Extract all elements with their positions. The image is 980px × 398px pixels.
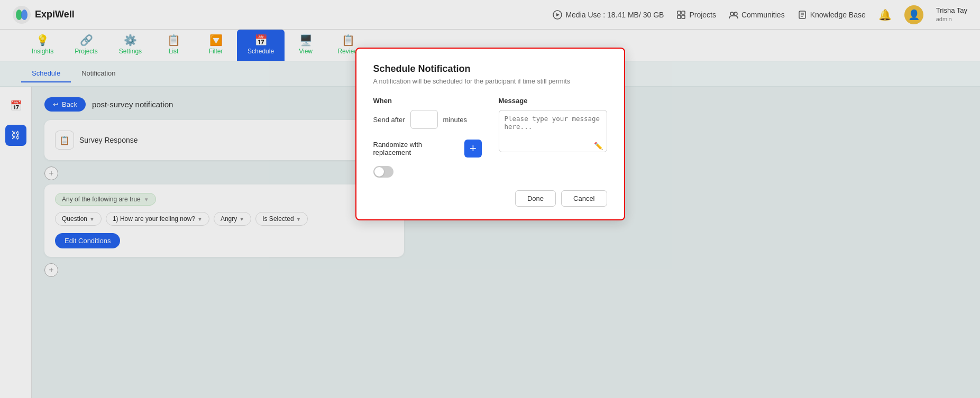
minutes-input[interactable] <box>410 110 438 129</box>
minutes-label: minutes <box>443 116 468 124</box>
randomize-row: Randomize with replacement + <box>373 140 482 158</box>
cancel-button[interactable]: Cancel <box>561 190 607 207</box>
randomize-toggle[interactable] <box>373 166 393 178</box>
modal-footer: Done Cancel <box>373 190 607 207</box>
send-after-row: Send after minutes <box>373 110 482 129</box>
send-after-label: Send after <box>373 116 405 124</box>
done-button[interactable]: Done <box>515 190 556 207</box>
main-content: 📅 ⛓ ↩ Back post-survey notification 📋 Su… <box>0 87 980 398</box>
modal-body: When Send after minutes Randomize with r… <box>373 97 607 178</box>
message-textarea[interactable] <box>499 110 607 152</box>
when-section-title: When <box>373 97 482 105</box>
page-body: ↩ Back post-survey notification 📋 Survey… <box>32 87 980 398</box>
modal-right: Message ✏️ <box>499 97 607 178</box>
modal-left: When Send after minutes Randomize with r… <box>373 97 482 178</box>
message-container: ✏️ <box>499 110 607 154</box>
edit-icon: ✏️ <box>594 142 603 150</box>
schedule-notification-modal: Schedule Notification A notification wil… <box>355 87 625 220</box>
randomize-add-button[interactable]: + <box>464 140 481 158</box>
message-section-title: Message <box>499 97 607 105</box>
randomize-label: Randomize with replacement <box>373 141 457 156</box>
toggle-knob <box>374 167 384 177</box>
modal-overlay: Schedule Notification A notification wil… <box>32 87 980 398</box>
